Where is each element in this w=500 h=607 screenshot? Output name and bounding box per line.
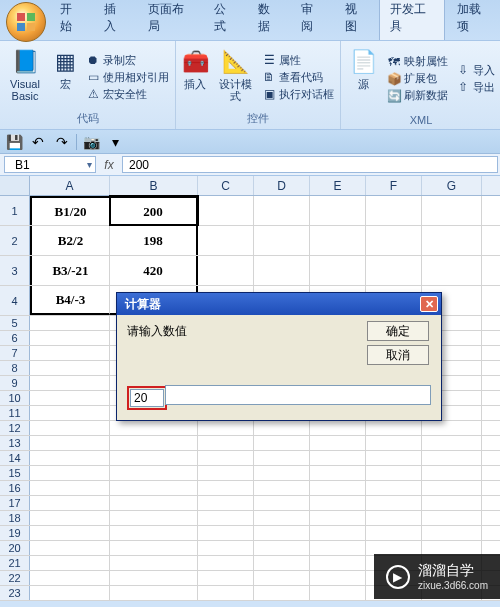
cell[interactable] xyxy=(198,571,254,585)
cell[interactable] xyxy=(198,541,254,555)
cell[interactable] xyxy=(198,451,254,465)
row-23[interactable]: 23 xyxy=(0,586,30,600)
cell[interactable] xyxy=(30,556,110,570)
cell[interactable] xyxy=(198,556,254,570)
ok-button[interactable]: 确定 xyxy=(367,321,429,341)
cell[interactable] xyxy=(110,481,198,495)
cell[interactable] xyxy=(198,466,254,480)
cell-G1[interactable] xyxy=(422,196,482,225)
cell[interactable] xyxy=(422,511,482,525)
cell[interactable] xyxy=(254,541,310,555)
col-C[interactable]: C xyxy=(198,176,254,195)
cell[interactable] xyxy=(254,466,310,480)
cell[interactable] xyxy=(422,256,482,285)
cell[interactable] xyxy=(366,421,422,435)
cell[interactable] xyxy=(198,421,254,435)
col-E[interactable]: E xyxy=(310,176,366,195)
cell[interactable] xyxy=(366,436,422,450)
row-17[interactable]: 17 xyxy=(0,496,30,510)
cell[interactable] xyxy=(254,226,310,255)
cell[interactable] xyxy=(310,586,366,600)
row-7[interactable]: 7 xyxy=(0,346,30,360)
cell[interactable] xyxy=(310,496,366,510)
source-button[interactable]: 📄 源 xyxy=(345,44,381,113)
cell[interactable] xyxy=(366,511,422,525)
cell[interactable] xyxy=(198,226,254,255)
fx-icon[interactable]: fx xyxy=(96,154,122,175)
cell[interactable] xyxy=(310,541,366,555)
macro-security-button[interactable]: ⚠宏安全性 xyxy=(84,86,171,103)
cell[interactable] xyxy=(30,586,110,600)
cell[interactable] xyxy=(110,511,198,525)
cell-F1[interactable] xyxy=(366,196,422,225)
cell[interactable] xyxy=(198,586,254,600)
map-properties-button[interactable]: 🗺映射属性 xyxy=(385,53,450,70)
row-19[interactable]: 19 xyxy=(0,526,30,540)
office-button[interactable] xyxy=(6,2,46,42)
run-dialog-button[interactable]: ▣执行对话框 xyxy=(260,86,336,103)
cell-A3[interactable]: B3/-21 xyxy=(30,256,110,285)
cell[interactable] xyxy=(422,226,482,255)
tab-view[interactable]: 视图 xyxy=(335,0,377,40)
row-20[interactable]: 20 xyxy=(0,541,30,555)
formula-input[interactable]: 200 xyxy=(122,156,498,173)
cell[interactable] xyxy=(254,526,310,540)
cell[interactable] xyxy=(422,451,482,465)
cell[interactable] xyxy=(110,571,198,585)
cell[interactable] xyxy=(310,481,366,495)
cell-B1[interactable]: 200 xyxy=(110,196,198,225)
cell[interactable] xyxy=(30,526,110,540)
refresh-data-button[interactable]: 🔄刷新数据 xyxy=(385,87,450,104)
col-B[interactable]: B xyxy=(110,176,198,195)
row-10[interactable]: 10 xyxy=(0,391,30,405)
cell[interactable] xyxy=(254,451,310,465)
cell-E1[interactable] xyxy=(310,196,366,225)
cell[interactable] xyxy=(110,496,198,510)
row-21[interactable]: 21 xyxy=(0,556,30,570)
record-macro-button[interactable]: ⏺录制宏 xyxy=(84,52,171,69)
view-code-button[interactable]: 🗎查看代码 xyxy=(260,69,336,86)
cell[interactable] xyxy=(198,511,254,525)
dialog-input[interactable] xyxy=(130,389,164,407)
tab-formulas[interactable]: 公式 xyxy=(204,0,246,40)
cell[interactable] xyxy=(310,466,366,480)
cell-A4[interactable]: B4/-3 xyxy=(30,286,110,315)
cell[interactable] xyxy=(198,481,254,495)
row-1[interactable]: 1 xyxy=(0,196,30,225)
row-2[interactable]: 2 xyxy=(0,226,30,255)
tab-addins[interactable]: 加载项 xyxy=(447,0,500,40)
cell[interactable] xyxy=(254,256,310,285)
cell[interactable] xyxy=(110,436,198,450)
cell[interactable] xyxy=(30,571,110,585)
cell[interactable] xyxy=(366,256,422,285)
dialog-close-button[interactable]: ✕ xyxy=(420,296,438,312)
cell[interactable] xyxy=(30,421,110,435)
cell[interactable] xyxy=(254,586,310,600)
cell[interactable] xyxy=(366,226,422,255)
row-13[interactable]: 13 xyxy=(0,436,30,450)
row-12[interactable]: 12 xyxy=(0,421,30,435)
cell[interactable] xyxy=(110,451,198,465)
expansion-packs-button[interactable]: 📦扩展包 xyxy=(385,70,450,87)
cell[interactable] xyxy=(110,556,198,570)
cell[interactable] xyxy=(30,481,110,495)
row-11[interactable]: 11 xyxy=(0,406,30,420)
cell[interactable] xyxy=(110,421,198,435)
cell[interactable] xyxy=(310,436,366,450)
row-6[interactable]: 6 xyxy=(0,331,30,345)
cell[interactable] xyxy=(422,421,482,435)
undo-button[interactable]: ↶ xyxy=(28,133,48,151)
row-9[interactable]: 9 xyxy=(0,376,30,390)
design-mode-button[interactable]: 📐 设计模式 xyxy=(215,44,256,110)
properties-button[interactable]: ☰属性 xyxy=(260,52,336,69)
cell[interactable] xyxy=(254,571,310,585)
cell[interactable] xyxy=(30,346,110,360)
cell[interactable] xyxy=(30,316,110,330)
cell[interactable] xyxy=(422,466,482,480)
redo-button[interactable]: ↷ xyxy=(52,133,72,151)
use-relative-button[interactable]: ▭使用相对引用 xyxy=(84,69,171,86)
visual-basic-button[interactable]: 📘 Visual Basic xyxy=(4,44,46,110)
cell[interactable] xyxy=(422,481,482,495)
cell[interactable] xyxy=(30,511,110,525)
cell[interactable] xyxy=(366,541,422,555)
